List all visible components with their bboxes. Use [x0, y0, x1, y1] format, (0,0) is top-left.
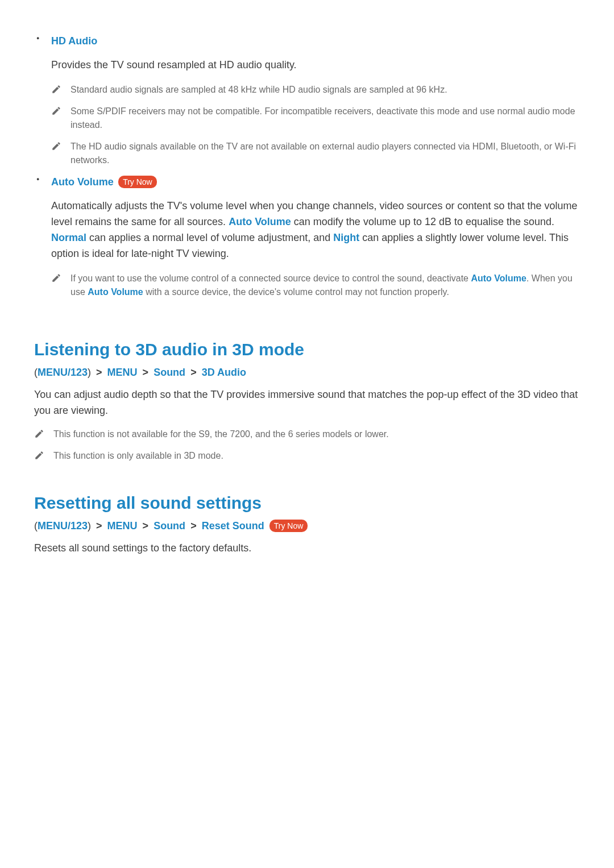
- feature-item-hd-audio: HD Audio Provides the TV sound resampled…: [51, 34, 580, 167]
- note-text: This function is not available for the S…: [53, 427, 389, 441]
- note-text: Some S/PDIF receivers may not be compati…: [70, 105, 580, 132]
- feature-notes: If you want to use the volume control of…: [51, 272, 580, 299]
- feature-description: Automatically adjusts the TV's volume le…: [51, 198, 580, 261]
- text-segment: If you want to use the volume control of…: [70, 273, 471, 283]
- try-now-badge[interactable]: Try Now: [118, 176, 157, 188]
- feature-title: HD Audio: [51, 35, 97, 47]
- breadcrumb-item[interactable]: MENU/123: [38, 520, 88, 531]
- pencil-icon: [51, 106, 61, 116]
- breadcrumb: (MENU/123) > MENU > Sound > Reset Sound …: [34, 518, 580, 533]
- term-auto-volume: Auto Volume: [229, 216, 291, 227]
- note-item: This function is not available for the S…: [34, 427, 580, 441]
- breadcrumb-item[interactable]: 3D Audio: [202, 367, 246, 378]
- note-text: This function is only available in 3D mo…: [53, 449, 223, 463]
- breadcrumb-item[interactable]: Sound: [154, 520, 185, 531]
- paren-close: ): [88, 520, 91, 531]
- note-item: Standard audio signals are sampled at 48…: [51, 83, 580, 97]
- note-item: Some S/PDIF receivers may not be compati…: [51, 105, 580, 132]
- feature-description: Provides the TV sound resampled at HD au…: [51, 57, 580, 73]
- chevron-right-icon: >: [96, 367, 102, 378]
- term-auto-volume: Auto Volume: [88, 287, 143, 297]
- section-reset-sound: Resetting all sound settings (MENU/123) …: [34, 492, 580, 556]
- feature-notes: Standard audio signals are sampled at 48…: [51, 83, 580, 167]
- note-item: If you want to use the volume control of…: [51, 272, 580, 299]
- note-text: The HD audio signals available on the TV…: [70, 140, 580, 167]
- feature-title: Auto Volume: [51, 176, 114, 188]
- section-heading: Listening to 3D audio in 3D mode: [34, 339, 580, 360]
- pencil-icon: [34, 450, 44, 460]
- text-segment: can modify the volume up to 12 dB to equ…: [291, 216, 554, 227]
- text-segment: with a source device, the device's volum…: [143, 287, 449, 297]
- feature-list: HD Audio Provides the TV sound resampled…: [34, 34, 580, 299]
- breadcrumb: (MENU/123) > MENU > Sound > 3D Audio: [34, 365, 580, 380]
- section-notes: This function is not available for the S…: [34, 427, 580, 463]
- note-item: The HD audio signals available on the TV…: [51, 140, 580, 167]
- term-night: Night: [333, 232, 359, 243]
- feature-item-auto-volume: Auto Volume Try Now Automatically adjust…: [51, 175, 580, 299]
- chevron-right-icon: >: [143, 367, 149, 378]
- page-content: HD Audio Provides the TV sound resampled…: [34, 34, 580, 556]
- pencil-icon: [51, 141, 61, 151]
- chevron-right-icon: >: [190, 520, 197, 531]
- breadcrumb-item[interactable]: MENU: [107, 367, 138, 378]
- paren-close: ): [88, 367, 91, 378]
- breadcrumb-item[interactable]: MENU: [107, 520, 138, 531]
- breadcrumb-item[interactable]: Reset Sound: [202, 520, 264, 531]
- breadcrumb-item[interactable]: Sound: [154, 367, 185, 378]
- breadcrumb-item[interactable]: MENU/123: [38, 367, 88, 378]
- note-text: Standard audio signals are sampled at 48…: [70, 83, 447, 97]
- chevron-right-icon: >: [143, 520, 149, 531]
- note-text: If you want to use the volume control of…: [70, 272, 580, 299]
- section-body: You can adjust audio depth so that the T…: [34, 387, 580, 418]
- section-body: Resets all sound settings to the factory…: [34, 540, 580, 556]
- try-now-badge[interactable]: Try Now: [269, 520, 308, 532]
- chevron-right-icon: >: [96, 520, 102, 531]
- term-normal: Normal: [51, 232, 86, 243]
- note-item: This function is only available in 3D mo…: [34, 449, 580, 463]
- pencil-icon: [34, 429, 44, 439]
- pencil-icon: [51, 84, 61, 94]
- pencil-icon: [51, 273, 61, 283]
- text-segment: can applies a normal level of volume adj…: [86, 232, 333, 243]
- term-auto-volume: Auto Volume: [471, 273, 526, 283]
- chevron-right-icon: >: [190, 367, 197, 378]
- section-heading: Resetting all sound settings: [34, 492, 580, 514]
- section-3d-audio: Listening to 3D audio in 3D mode (MENU/1…: [34, 339, 580, 463]
